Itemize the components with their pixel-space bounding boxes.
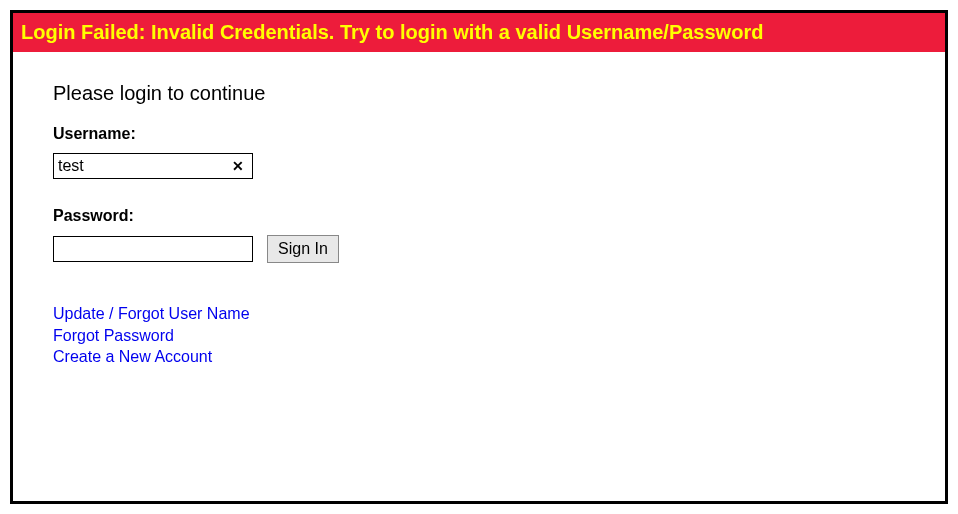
signin-button[interactable]: Sign In [267,235,339,263]
error-banner: Login Failed: Invalid Credentials. Try t… [13,13,945,52]
login-panel: Login Failed: Invalid Credentials. Try t… [10,10,948,504]
create-account-link[interactable]: Create a New Account [53,346,212,368]
username-input[interactable] [58,157,230,175]
username-input-wrap: ✕ [53,153,253,179]
username-group: Username: ✕ [53,125,905,179]
password-label: Password: [53,207,905,225]
forgot-password-link[interactable]: Forgot Password [53,325,174,347]
login-form-area: Please login to continue Username: ✕ Pas… [13,52,945,398]
password-input[interactable] [53,236,253,262]
update-username-link[interactable]: Update / Forgot User Name [53,303,250,325]
clear-username-icon[interactable]: ✕ [230,159,246,173]
password-group: Password: Sign In [53,207,905,263]
username-label: Username: [53,125,905,143]
password-row: Sign In [53,235,905,263]
help-links: Update / Forgot User Name Forgot Passwor… [53,303,905,368]
login-prompt: Please login to continue [53,82,905,105]
